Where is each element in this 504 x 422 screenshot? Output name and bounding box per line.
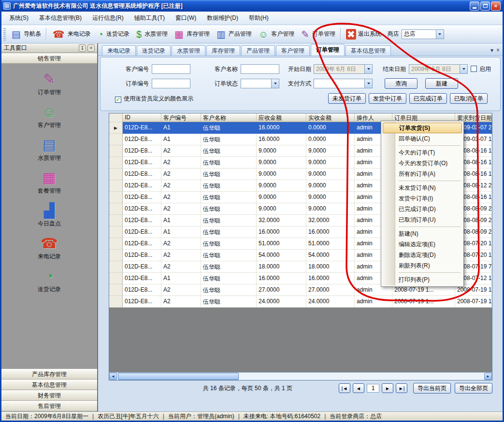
- table-row[interactable]: 012D-E8... A2 伍华聪 24.0000 24.0000 admin …: [109, 296, 492, 308]
- context-menu-item[interactable]: 已完成订单(D): [382, 204, 462, 214]
- context-menu-item[interactable]: 发货中订单(I): [382, 193, 462, 204]
- start-date-picker[interactable]: 2009年 6月 8日: [314, 64, 373, 74]
- toolbar-button[interactable]: [340, 28, 341, 41]
- scrollbar-thumb[interactable]: [118, 373, 239, 380]
- grid-column-header[interactable]: 客户名称: [201, 113, 257, 122]
- sidebar-group-sales[interactable]: 销售管理: [1, 53, 97, 64]
- toolbar-button[interactable]: ▤ 导航条: [8, 28, 43, 41]
- grid-column-header[interactable]: ID: [123, 113, 161, 122]
- toolbar-button[interactable]: [46, 28, 47, 41]
- context-menu-item[interactable]: [382, 179, 462, 183]
- next-page-button[interactable]: ►: [382, 383, 393, 393]
- tab[interactable]: 来电记录: [102, 45, 136, 56]
- context-menu-item[interactable]: 未发货订单(N): [382, 183, 462, 193]
- sidebar-tool-item[interactable]: ✎ 订单管理: [1, 71, 97, 97]
- sidebar-group-bar[interactable]: 产品库存管理: [1, 369, 97, 380]
- end-date-dropdown[interactable]: [460, 65, 467, 73]
- status-filter-button[interactable]: 发货中订单: [369, 93, 406, 104]
- grid-column-header[interactable]: 应收金额: [257, 113, 306, 122]
- minimize-button[interactable]: [470, 1, 479, 11]
- sidebar-tool-item[interactable]: ▟ 今日盘点: [1, 203, 97, 228]
- toolbar-button[interactable]: ✎ 订单管理: [298, 28, 338, 41]
- toolbar-button[interactable]: $ 水票管理: [133, 28, 170, 41]
- pay-method-dropdown[interactable]: [364, 79, 372, 88]
- context-menu-item[interactable]: [382, 271, 462, 274]
- tool-window-close-button[interactable]: ×: [87, 44, 95, 52]
- scroll-left-icon[interactable]: ◄: [109, 373, 117, 380]
- new-button[interactable]: 新建: [425, 78, 458, 89]
- store-select[interactable]: 总店: [402, 29, 444, 39]
- sidebar-group-bar[interactable]: 财务管理: [1, 390, 97, 401]
- tab[interactable]: 送货记录: [137, 45, 171, 56]
- context-menu-item[interactable]: [382, 144, 462, 147]
- close-button[interactable]: ×: [491, 1, 501, 11]
- context-menu-item[interactable]: 删除选定项(D): [382, 250, 462, 260]
- menubar-item[interactable]: 帮助(H): [244, 12, 274, 24]
- sidebar-group-bar[interactable]: 售后管理: [1, 401, 97, 411]
- horizontal-scrollbar[interactable]: ◄ ►: [109, 372, 492, 380]
- toolbar-button[interactable]: ▥ 产品管理: [213, 28, 254, 41]
- end-date-picker[interactable]: 2009年 6月 8日: [409, 64, 468, 74]
- status-filter-button[interactable]: 已完成订单: [409, 93, 447, 104]
- grid-column-header[interactable]: 客户编号: [161, 113, 201, 122]
- first-page-button[interactable]: |◄: [339, 383, 350, 393]
- tab[interactable]: 订单管理: [311, 44, 345, 56]
- toolbar-button[interactable]: ☺ 客户管理: [255, 28, 297, 41]
- export-current-page-button[interactable]: 导出当前页: [413, 383, 451, 394]
- context-menu-item[interactable]: 今天的发货订单(O): [382, 158, 462, 169]
- store-dropdown-button[interactable]: [436, 30, 444, 39]
- sidebar-tool-item[interactable]: ◔ 送货记录: [1, 268, 97, 294]
- context-menu-item[interactable]: 订单发货(S): [383, 123, 462, 133]
- prev-page-button[interactable]: ◄: [353, 383, 364, 393]
- scroll-right-icon[interactable]: ►: [484, 373, 492, 380]
- page-number-input[interactable]: [367, 384, 379, 393]
- tab[interactable]: 水票管理: [172, 45, 205, 56]
- menubar-item[interactable]: 系统(S): [4, 12, 33, 24]
- context-menu-item[interactable]: 编辑选定项(E): [382, 239, 462, 250]
- toolbar-button[interactable]: ▦ 库存管理: [171, 28, 212, 41]
- sidebar-tool-item[interactable]: ▤ 水票管理: [1, 137, 97, 162]
- menubar-item[interactable]: 数据维护(D): [202, 12, 243, 24]
- toolbar-button[interactable]: ◔ 送货记录: [94, 28, 132, 41]
- export-all-pages-button[interactable]: 导出全部页: [455, 383, 492, 394]
- sidebar-tool-item[interactable]: ▦ 套餐管理: [1, 170, 97, 195]
- context-menu-item[interactable]: [382, 225, 462, 228]
- color-display-checkbox[interactable]: [115, 97, 121, 103]
- context-menu-item[interactable]: 新建(N): [382, 228, 462, 239]
- status-filter-button[interactable]: 已取消订单: [450, 93, 488, 104]
- order-status-dropdown[interactable]: [271, 79, 279, 88]
- toolbar-button[interactable]: ✖ 退出系统: [344, 28, 384, 41]
- sidebar-tool-item[interactable]: ☺ 客户管理: [1, 104, 97, 129]
- customer-no-input[interactable]: [152, 64, 190, 74]
- tab[interactable]: 库存管理: [206, 45, 240, 56]
- context-menu-item[interactable]: 今天的订单(T): [382, 147, 462, 158]
- tab-close-icon[interactable]: ×: [496, 47, 500, 54]
- pin-button[interactable]: ↧: [79, 44, 86, 52]
- toolbar-grip[interactable]: [3, 28, 6, 41]
- query-button[interactable]: 查询: [385, 78, 418, 89]
- scrollbar-track[interactable]: [239, 373, 484, 380]
- tab[interactable]: 基本信息管理: [346, 45, 391, 56]
- menubar-item[interactable]: 运行信息(R): [87, 12, 129, 24]
- last-page-button[interactable]: ►|: [396, 383, 407, 393]
- sidebar-tool-item[interactable]: ☎ 来电记录: [1, 236, 97, 261]
- context-menu-item[interactable]: 已取消订单(U): [382, 214, 462, 225]
- tab[interactable]: 客户管理: [276, 45, 310, 56]
- context-menu-item[interactable]: 回单确认(C): [382, 133, 462, 144]
- menubar-item[interactable]: 基本信息管理(B): [34, 12, 86, 24]
- context-menu-item[interactable]: 所有的订单(A): [382, 169, 462, 179]
- customer-name-input[interactable]: [241, 64, 279, 74]
- context-menu-item[interactable]: 刷新列表(R): [382, 260, 462, 271]
- order-status-select[interactable]: [241, 79, 279, 88]
- start-date-dropdown[interactable]: [364, 65, 372, 73]
- tab[interactable]: 产品管理: [241, 45, 275, 56]
- pay-method-select[interactable]: [314, 79, 373, 88]
- sidebar-group-bar[interactable]: 基本信息管理: [1, 380, 97, 390]
- toolbar-button[interactable]: ☎ 来电记录: [49, 28, 93, 41]
- tab-overflow-icon[interactable]: ▾: [490, 47, 493, 54]
- menubar-item[interactable]: 辅助工具(T): [130, 12, 170, 24]
- maximize-button[interactable]: [480, 1, 490, 11]
- menubar-item[interactable]: 窗口(W): [171, 12, 201, 24]
- grid-column-header[interactable]: 实收金额: [306, 113, 355, 122]
- enable-checkbox[interactable]: [471, 66, 477, 72]
